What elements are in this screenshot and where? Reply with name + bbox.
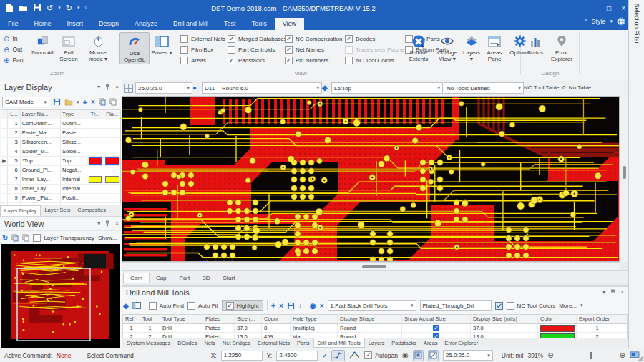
canvas-tab-3d[interactable]: 3D — [196, 273, 216, 283]
autopan-checkbox[interactable]: ✓Autopan — [364, 351, 398, 359]
help-globe-icon[interactable] — [617, 17, 625, 26]
apply-coords-icon[interactable]: ✓ — [322, 351, 327, 361]
panes-button[interactable]: Panes ▾ — [150, 32, 174, 57]
style-menu[interactable]: Style — [591, 18, 605, 25]
cam-mode-combo[interactable]: CAM Mode▾ — [2, 97, 49, 107]
snap-circle-icon[interactable]: ◉ — [402, 351, 409, 361]
layer-row[interactable]: 6Ground_Pl...Negat... — [1, 166, 120, 175]
filter-check-icon[interactable] — [495, 302, 503, 310]
part-centroids-checkbox[interactable]: Part Centroids — [228, 46, 275, 54]
menu-tab-view[interactable]: View — [275, 18, 304, 30]
layer-panel-tab-composites[interactable]: Composites — [74, 205, 109, 216]
grid-settings-icon[interactable] — [124, 84, 133, 93]
import-tools-icon[interactable]: ↓ — [298, 302, 302, 310]
tool-pane-icon[interactable] — [132, 302, 141, 309]
selection-filter-tab[interactable]: Selection Filter — [628, 0, 644, 348]
maximize-button[interactable]: □ — [607, 4, 611, 12]
nc-tool-colors-checkbox[interactable]: NC Tool Colors — [345, 57, 394, 64]
clear-icon[interactable]: × — [320, 302, 324, 310]
traces-over-flashes-checkbox[interactable]: Traces over Flashes — [345, 46, 407, 54]
net-names-checkbox[interactable]: ✓Net Names — [285, 46, 324, 54]
snap-grid-icon[interactable] — [413, 350, 424, 361]
dock-tab-parts[interactable]: Parts — [293, 338, 313, 348]
panel-menu-icon[interactable]: ▾ — [602, 289, 605, 295]
drill-tool-row[interactable]: 11DrillPlated37.08(multiple)Round✓37.01 — [123, 324, 627, 333]
canvas-tab-start[interactable]: Start — [216, 273, 241, 283]
zoom-out-icon[interactable]: ⊖ — [547, 351, 553, 361]
menu-tab-drill-and-mill[interactable]: Drill and Mill — [165, 18, 216, 30]
dcode-combo[interactable]: D11Round 6.0▾ — [202, 82, 322, 94]
dcodes-checkbox[interactable]: ✓Dcodes — [345, 35, 375, 43]
change-view-button[interactable]: Change View ▾ — [434, 32, 460, 63]
collapse-ribbon-icon[interactable]: ^ — [584, 18, 587, 25]
target-icon[interactable]: ◉ — [310, 302, 316, 310]
nc-compensation-checkbox[interactable]: ✓NC Compensation — [285, 35, 342, 43]
add-tool-icon[interactable]: + — [271, 301, 275, 310]
pin-icon[interactable] — [610, 289, 615, 295]
merged-databases-checkbox[interactable]: ✓Merged Databases — [228, 35, 287, 43]
scrollbar-thumb[interactable] — [362, 265, 386, 268]
layer-row[interactable]: 2Paste_Ma...Paste... — [1, 129, 120, 138]
menu-tab-tools[interactable]: Tools — [244, 18, 275, 30]
more-dropdown-icon[interactable]: ▾ — [580, 303, 583, 308]
tool-color-swatch[interactable] — [540, 325, 575, 332]
world-view-image[interactable] — [1, 244, 120, 348]
tool-set-combo[interactable]: 1:Pad Stack Drill Tools▾ — [328, 300, 416, 311]
mouse-mode-button[interactable]: Mouse mode ▾ — [83, 32, 113, 63]
menu-tab-insert[interactable]: Insert — [59, 18, 92, 30]
zoom-slider-thumb[interactable] — [590, 352, 592, 359]
menu-tab-analyze[interactable]: Analyze — [127, 18, 165, 30]
highlight-checkbox[interactable]: ✓Highlight — [222, 300, 263, 311]
tool-filter-combo[interactable]: Plated_Through_Dri — [420, 300, 492, 311]
tools-combo[interactable]: No Tools Defined▾ — [444, 82, 524, 94]
canvas-tab-cap[interactable]: Cap — [150, 273, 173, 283]
film-box-checkbox[interactable]: Film Box — [180, 46, 213, 54]
layer-panel-tab-layer-display[interactable]: Layer Display — [0, 205, 41, 216]
add-layer-icon[interactable]: + — [83, 98, 87, 107]
auto-fit-checkbox[interactable]: Auto Fit — [187, 302, 218, 310]
status-button[interactable]: Status — [525, 32, 546, 57]
close-panel-icon[interactable]: × — [115, 220, 119, 227]
nc-tool-colors-checkbox[interactable]: NC Tool Colors — [507, 302, 556, 310]
canvas-tab-part[interactable]: Part — [173, 273, 197, 283]
active-layer-combo[interactable]: L5:Top▾ — [331, 82, 443, 94]
menu-tab-design[interactable]: Design — [91, 18, 127, 30]
pcb-canvas[interactable] — [122, 96, 620, 262]
ribbon-in-button[interactable]: ⊙In — [4, 34, 17, 44]
zoom-all-button[interactable]: Zoom All — [30, 32, 54, 57]
more-menu[interactable]: More... — [559, 303, 577, 309]
layer-panel-tab-layer-sets[interactable]: Layer Sets — [41, 205, 74, 216]
panel-menu-icon[interactable]: ▾ — [97, 220, 100, 227]
layer-row[interactable]: 3Silkscreen...Silksc... — [1, 138, 120, 147]
canvas-tab-cam[interactable]: Cam — [123, 273, 150, 283]
dock-tab-nets[interactable]: Nets — [200, 338, 218, 348]
delete-tool-icon[interactable]: × — [279, 302, 283, 310]
layer-row[interactable]: 1ComOutlin...Outlin... — [1, 119, 120, 129]
layers-button[interactable]: Layers ▾ — [462, 32, 482, 63]
dock-tab-net-bridges[interactable]: Net Bridges — [219, 338, 254, 348]
dock-tab-error-explorer[interactable]: Error Explorer — [441, 338, 482, 348]
refresh-icon[interactable]: ↻ — [2, 234, 8, 242]
dock-tab-external-nets[interactable]: External Nets — [254, 338, 293, 348]
areas-pane-button[interactable]: Areas Pane — [483, 32, 506, 63]
layer-row[interactable]: ▶5*TopTop — [1, 157, 120, 166]
menu-tab-file[interactable]: File — [0, 18, 26, 30]
ribbon-pan-button[interactable]: ⊕Pan — [4, 55, 24, 65]
dock-tab-areas[interactable]: Areas — [420, 338, 441, 348]
copy-layer-icon[interactable] — [99, 98, 106, 106]
paste-layer-icon[interactable] — [109, 98, 117, 106]
zoom-in-icon[interactable]: ⊕ — [620, 351, 625, 361]
save-layers-icon[interactable] — [53, 98, 61, 106]
x-coordinate-field[interactable]: 1.2250 — [221, 351, 263, 361]
grid-combo[interactable]: 25.0:25.0▾ — [135, 82, 192, 94]
pin-numbers-checkbox[interactable]: ✓Pin Numbers — [285, 57, 328, 64]
ortho-path-icon[interactable] — [331, 350, 345, 361]
layer-row[interactable]: 8Inner_Lay...Internal — [1, 185, 120, 194]
status-grid-combo[interactable]: 25.0:25.0▾ — [443, 350, 493, 361]
copy-view-icon[interactable] — [11, 234, 19, 242]
snap-vertex-icon[interactable] — [428, 350, 439, 361]
show-actual-size-checkbox[interactable]: ✓ — [433, 325, 439, 331]
minimize-button[interactable]: – — [593, 4, 597, 12]
paste-view-icon[interactable] — [22, 234, 29, 242]
full-screen-button[interactable]: Full Screen — [55, 32, 82, 63]
